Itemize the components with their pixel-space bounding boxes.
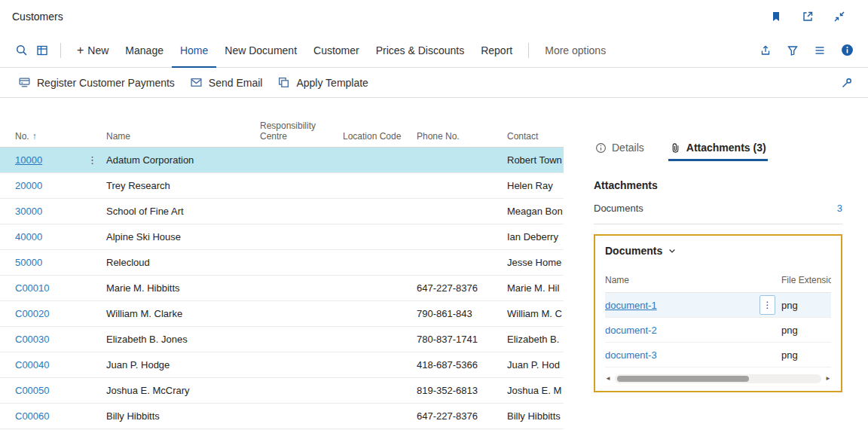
factbox-divider xyxy=(594,224,842,224)
column-header-location-code[interactable]: Location Code xyxy=(343,131,417,142)
scroll-left-arrow[interactable]: ◄ xyxy=(605,376,611,382)
column-header-name[interactable]: Name xyxy=(106,131,260,142)
table-row[interactable]: C00010 Marie M. Hibbitts 647-227-8376 Ma… xyxy=(0,276,564,301)
document-menu-button[interactable]: ⋮ xyxy=(760,295,775,315)
table-row[interactable]: C00050 Joshua E. McCrary 819-352-6813 Jo… xyxy=(0,378,564,404)
customer-no-link[interactable]: C00060 xyxy=(15,410,50,422)
customer-no-link[interactable]: C00050 xyxy=(15,385,50,396)
customer-contact: Jesse Home xyxy=(507,257,564,268)
menu-item-new-document[interactable]: New Document xyxy=(216,33,305,68)
table-row[interactable]: 40000 Alpine Ski House Ian Deberry xyxy=(0,224,564,250)
customer-no-link[interactable]: 10000 xyxy=(15,154,42,166)
document-link[interactable]: document-3 xyxy=(605,349,657,361)
info-icon[interactable] xyxy=(836,40,857,61)
customer-no-link[interactable]: 50000 xyxy=(15,257,42,268)
more-options-button[interactable]: More options xyxy=(536,33,614,68)
customer-no-link[interactable]: 20000 xyxy=(15,180,42,191)
customer-phone: 819-352-6813 xyxy=(417,385,507,396)
table-row[interactable]: C00060 Billy Hibbitts 647-227-8376 Billy… xyxy=(0,404,564,429)
menu-item-manage[interactable]: Manage xyxy=(117,33,172,68)
customer-name: Marie M. Hibbitts xyxy=(106,282,260,294)
promoted-actions-bar: Register Customer Payments Send Email Ap… xyxy=(0,68,868,98)
horizontal-scrollbar[interactable]: ◄ ► xyxy=(605,374,831,383)
document-link[interactable]: document-2 xyxy=(605,325,657,336)
customer-no-link[interactable]: 40000 xyxy=(15,231,42,242)
customer-contact: Ian Deberry xyxy=(507,231,564,242)
collapse-window-icon[interactable] xyxy=(833,11,845,23)
column-header-phone[interactable]: Phone No. xyxy=(417,131,507,142)
scroll-right-arrow[interactable]: ► xyxy=(825,376,831,382)
menu-item-report[interactable]: Report xyxy=(472,33,521,68)
apply-template-button[interactable]: Apply Template xyxy=(270,68,375,97)
document-row[interactable]: document-1 ⋮ png xyxy=(605,293,831,318)
list-header-row: No.↑ Name Responsibility Centre Location… xyxy=(0,98,564,148)
customer-contact: Billy Hibbitts xyxy=(507,410,564,422)
ribbon: + New Manage Home New Document Customer … xyxy=(0,33,868,68)
filter-icon[interactable] xyxy=(782,40,803,61)
table-row[interactable]: 30000 School of Fine Art Meagan Bon xyxy=(0,199,564,224)
customer-name: Relecloud xyxy=(106,257,260,268)
menu-item-new[interactable]: + New xyxy=(69,33,117,68)
menu-item-customer[interactable]: Customer xyxy=(305,33,368,68)
tab-attachments[interactable]: Attachments (3) xyxy=(668,142,768,161)
customer-contact: Marie M. Hil xyxy=(507,282,564,294)
customer-contact: Juan P. Hod xyxy=(507,359,564,371)
menu-item-prices-discounts[interactable]: Prices & Discounts xyxy=(368,33,472,68)
scrollbar-track[interactable] xyxy=(615,374,821,383)
customer-contact: Joshua E. M xyxy=(507,385,564,396)
titlebar: Customers xyxy=(0,0,868,33)
document-row[interactable]: document-2 png xyxy=(605,318,831,343)
scrollbar-thumb[interactable] xyxy=(617,376,749,382)
documents-column-name[interactable]: Name xyxy=(605,275,781,285)
customer-no-link[interactable]: C00030 xyxy=(15,334,50,345)
divider xyxy=(60,43,61,58)
customer-phone: 418-687-5366 xyxy=(417,359,507,371)
customer-name: Joshua E. McCrary xyxy=(106,385,260,396)
table-row[interactable]: C00030 Elizabeth B. Jones 780-837-1741 E… xyxy=(0,327,564,352)
table-row[interactable]: 50000 Relecloud Jesse Home xyxy=(0,250,564,276)
column-header-no[interactable]: No.↑ xyxy=(15,131,106,142)
factbox-tabs: Details Attachments (3) xyxy=(594,142,842,161)
document-row[interactable]: document-3 png xyxy=(605,343,831,367)
column-header-responsibility-centre[interactable]: Responsibility Centre xyxy=(260,120,343,142)
customer-name: Juan P. Hodge xyxy=(106,359,260,371)
customer-phone: 790-861-843 xyxy=(417,308,507,319)
customer-contact: William M. C xyxy=(507,308,564,319)
customer-name: Trey Research xyxy=(106,180,260,191)
table-row[interactable]: C00020 William M. Clarke 790-861-843 Wil… xyxy=(0,301,564,327)
column-header-contact[interactable]: Contact xyxy=(507,131,564,142)
document-extension: png xyxy=(781,325,831,336)
open-in-new-window-icon[interactable] xyxy=(802,11,814,23)
tab-details[interactable]: Details xyxy=(594,142,646,161)
table-row[interactable]: 10000 ⋮ Adatum Corporation Robert Town xyxy=(0,148,564,173)
customer-no-link[interactable]: 30000 xyxy=(15,206,42,217)
attachments-heading: Attachments xyxy=(594,179,842,191)
analysis-grid-icon[interactable] xyxy=(32,40,53,61)
pin-icon[interactable] xyxy=(836,72,857,93)
customer-no-link[interactable]: C00010 xyxy=(15,282,50,294)
customer-name: Adatum Corporation xyxy=(106,154,260,166)
table-row[interactable]: C00040 Juan P. Hodge 418-687-5366 Juan P… xyxy=(0,352,564,378)
customer-contact: Meagan Bon xyxy=(507,206,564,217)
send-email-button[interactable]: Send Email xyxy=(182,68,270,97)
customer-no-link[interactable]: C00040 xyxy=(15,359,50,371)
customer-name: Elizabeth B. Jones xyxy=(106,334,260,345)
customer-contact: Elizabeth B. xyxy=(507,334,564,345)
row-menu-icon[interactable]: ⋮ xyxy=(87,154,97,166)
document-link[interactable]: document-1 xyxy=(605,300,657,311)
list-view-icon[interactable] xyxy=(809,40,830,61)
table-row[interactable]: 20000 Trey Research Helen Ray xyxy=(0,173,564,199)
documents-section-header[interactable]: Documents xyxy=(605,245,831,257)
share-icon[interactable] xyxy=(755,40,776,61)
bookmark-icon[interactable] xyxy=(770,11,782,23)
titlebar-icons xyxy=(770,11,856,23)
factbox-panel: Details Attachments (3) Attachments Docu… xyxy=(564,98,868,430)
menu-item-home[interactable]: Home xyxy=(172,33,216,68)
plus-icon: + xyxy=(77,44,84,56)
customer-no-link[interactable]: C00020 xyxy=(15,308,50,319)
documents-count-link[interactable]: 3 xyxy=(837,203,842,214)
register-customer-payments-button[interactable]: Register Customer Payments xyxy=(11,68,182,97)
documents-fact-row: Documents 3 xyxy=(594,203,842,214)
search-icon[interactable] xyxy=(11,40,32,61)
documents-column-extension[interactable]: File Extension xyxy=(781,275,831,285)
